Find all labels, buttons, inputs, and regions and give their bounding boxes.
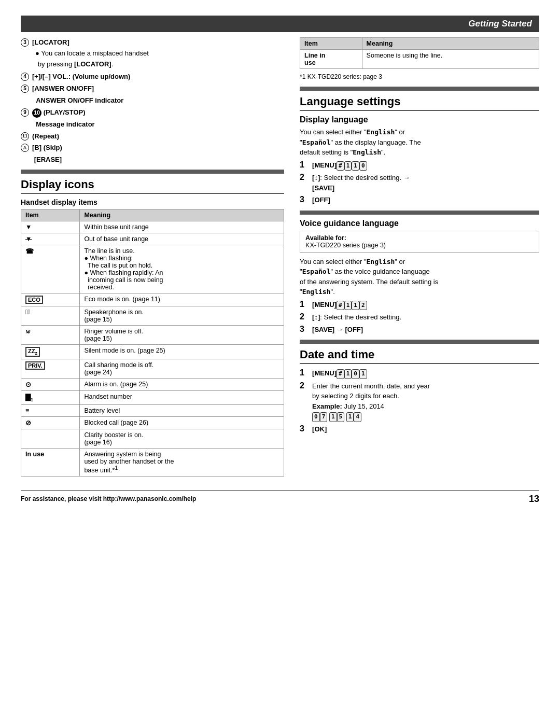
step-content-2: [↕]: Select the desired setting. → [SAVE…: [312, 173, 410, 193]
meaning-silent: Silent mode is on. (page 25): [80, 344, 284, 359]
step-num-2: 2: [300, 173, 309, 182]
col-item-right: Item: [300, 38, 362, 50]
footer: For assistance, please visit http://www.…: [21, 490, 539, 505]
table-row: ⊘ Blocked call (page 26): [21, 416, 284, 429]
table-row: ZZz Silent mode is on. (page 25): [21, 344, 284, 359]
icon-antenna-full: ▼: [21, 221, 80, 233]
table-row: ⊙ Alarm is on. (page 25): [21, 379, 284, 391]
voice-lang-step3: 3 [SAVE] → [OFF]: [300, 325, 539, 335]
line-in-use-item: Line inuse: [300, 50, 362, 69]
date-step-content-3: [OK]: [312, 424, 327, 435]
display-lang-step2: 2 [↕]: Select the desired setting. → [SA…: [300, 173, 539, 193]
available-for-box: Available for: KX-TGD220 series (page 3): [300, 231, 539, 253]
num-3: 3: [21, 38, 29, 47]
display-icons-title: Display icons: [21, 178, 284, 194]
meaning-eco: Eco mode is on. (page 11): [80, 293, 284, 306]
meaning-blocked: Blocked call (page 26): [80, 416, 284, 429]
num-4: 4: [21, 73, 29, 81]
line-in-use-row: Line inuse Someone is using the line.: [300, 50, 539, 69]
voice-guidance-subtitle: Voice guidance language: [300, 219, 539, 228]
table-row: Clarity booster is on.(page 16): [21, 429, 284, 448]
meaning-clarity: Clarity booster is on.(page 16): [80, 429, 284, 448]
repeat-item: 11 (Repeat): [21, 131, 284, 142]
play-stop-item: 9 10 (PLAY/STOP): [21, 107, 284, 118]
date-step-content-1: [MENU]#101: [312, 368, 367, 379]
table-row: ▼ Out of base unit range: [21, 233, 284, 245]
divider-bar: [21, 170, 284, 174]
divider-bar-date: [300, 340, 539, 344]
icon-phone: ☎: [21, 245, 80, 293]
table-row: ☎ The line is in use. ● When flashing: T…: [21, 245, 284, 293]
meaning-phone: The line is in use. ● When flashing: The…: [80, 245, 284, 293]
handset-display-subtitle: Handset display items: [21, 198, 284, 206]
volume-label: [+]/[–] VOL.: (Volume up/down): [32, 72, 130, 82]
answer-onoff-item: 5 [ANSWER ON/OFF]: [21, 83, 284, 94]
available-for-content: KX-TGD220 series (page 3): [305, 242, 386, 249]
voice-step-num-3: 3: [300, 325, 309, 334]
display-icons-table: Item Meaning ▼ Within base unit range ▼ …: [21, 209, 284, 477]
date-step1: 1 [MENU]#101: [300, 368, 539, 379]
table-row: 𝔀 Ringer volume is off.(page 15): [21, 325, 284, 344]
skip-label: [B] (Skip): [32, 143, 62, 153]
date-time-title: Date and time: [300, 348, 539, 364]
skip-item: A [B] (Skip): [21, 143, 284, 153]
erase-label: [ERASE]: [32, 155, 62, 165]
voice-step-content-3: [SAVE] → [OFF]: [312, 325, 363, 335]
date-step2: 2 Enter the current month, date, and yea…: [300, 381, 539, 422]
step-content-1: [MENU]#110: [312, 160, 367, 171]
icon-clarity: [21, 429, 80, 448]
date-step-num-3: 3: [300, 424, 309, 433]
date-step-num-1: 1: [300, 368, 309, 377]
right-column: Item Meaning Line inuse Someone is using…: [300, 37, 539, 480]
table-row: ▇1 Handset number: [21, 391, 284, 405]
step-num-3: 3: [300, 195, 309, 204]
meaning-ringer-off: Ringer volume is off.(page 15): [80, 325, 284, 344]
icon-ringer-off: 𝔀: [21, 325, 80, 344]
col-item: Item: [21, 209, 80, 221]
icon-eco: ECO: [21, 293, 80, 306]
divider-bar-right: [300, 87, 539, 91]
icon-battery: ≡: [21, 404, 80, 416]
display-lang-step3: 3 [OFF]: [300, 195, 539, 205]
voice-step-content-1: [MENU]#112: [312, 300, 367, 311]
icon-handset-num: ▇1: [21, 391, 80, 405]
play-stop-label: 10 (PLAY/STOP): [32, 107, 86, 118]
date-step-num-2: 2: [300, 381, 309, 390]
two-col-layout: 3 [LOCATOR] ● You can locate a misplaced…: [21, 37, 539, 480]
meaning-alarm: Alarm is on. (page 25): [80, 379, 284, 391]
meaning-handset-num: Handset number: [80, 391, 284, 405]
answer-indicator-label: ANSWER ON/OFF indicator: [32, 95, 123, 106]
num-11: 11: [21, 132, 29, 141]
meaning-antenna-full: Within base unit range: [80, 221, 284, 233]
locator-item: 3 [LOCATOR] ● You can locate a misplaced…: [21, 37, 284, 69]
table-row: PRIV. Call sharing mode is off.(page 24): [21, 359, 284, 379]
voice-step-num-1: 1: [300, 300, 309, 309]
message-indicator-label: Message indicator: [32, 119, 95, 130]
volume-item: 4 [+]/[–] VOL.: (Volume up/down): [21, 72, 284, 82]
header-bar: Getting Started: [21, 16, 539, 32]
icon-silent: ZZz: [21, 344, 80, 359]
meaning-battery: Battery level: [80, 404, 284, 416]
table-row: ECO Eco mode is on. (page 11): [21, 293, 284, 306]
page: Getting Started 3 [LOCATOR] ● You can lo…: [0, 0, 560, 728]
line-in-use-table: Item Meaning Line inuse Someone is using…: [300, 37, 539, 69]
locator-label: [LOCATOR] ● You can locate a misplaced h…: [32, 37, 149, 69]
message-indicator-item: Message indicator: [21, 119, 284, 130]
icon-in-use: In use: [21, 448, 80, 476]
voice-step-content-2: [↕]: Select the desired setting.: [312, 312, 401, 323]
meaning-speaker: Speakerphone is on.(page 15): [80, 306, 284, 325]
voice-lang-step2: 2 [↕]: Select the desired setting.: [300, 312, 539, 323]
table-row: ≡ Battery level: [21, 404, 284, 416]
step-content-3: [OFF]: [312, 195, 330, 205]
page-number: 13: [529, 494, 539, 505]
footnote: *1 KX-TGD220 series: page 3: [300, 72, 539, 81]
date-step-content-2: Enter the current month, date, and year …: [312, 381, 430, 422]
icon-antenna-empty: ▼: [21, 233, 80, 245]
icon-speaker: 🔊⃠: [21, 306, 80, 325]
line-in-use-meaning: Someone is using the line.: [362, 50, 539, 69]
voice-step-num-2: 2: [300, 312, 309, 321]
meaning-priv: Call sharing mode is off.(page 24): [80, 359, 284, 379]
voice-lang-step1: 1 [MENU]#112: [300, 300, 539, 311]
top-items: 3 [LOCATOR] ● You can locate a misplaced…: [21, 37, 284, 165]
left-column: 3 [LOCATOR] ● You can locate a misplaced…: [21, 37, 284, 480]
